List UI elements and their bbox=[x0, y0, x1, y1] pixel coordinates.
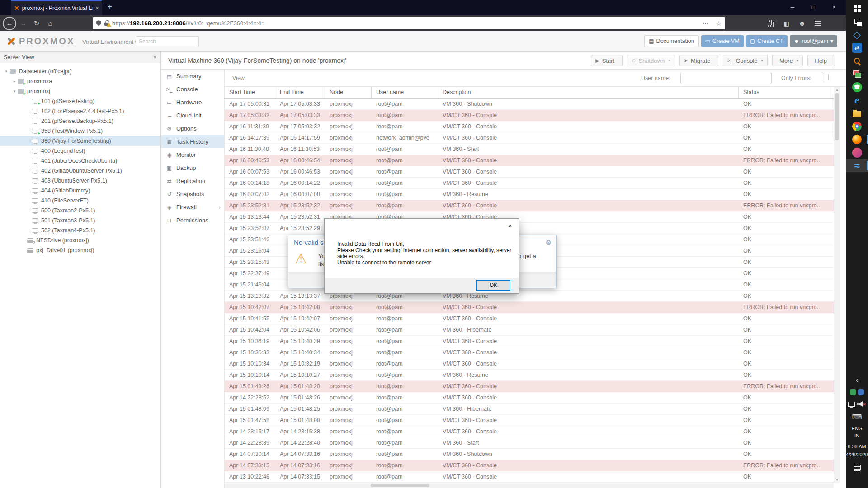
table-row[interactable]: Apr 15 23:52:31 Apr 15 23:52:32 proxmoxj… bbox=[225, 200, 834, 211]
volume-muted-icon[interactable] bbox=[857, 401, 863, 407]
firefox-icon[interactable] bbox=[846, 133, 868, 146]
vm-action-button[interactable]: ▶ Start bbox=[591, 55, 623, 66]
browser-tab[interactable]: ✕ proxmoxj - Proxmox Virtual Env × bbox=[11, 0, 102, 15]
table-row[interactable]: Apr 14 07:33:15 Apr 14 07:33:16 proxmoxj… bbox=[225, 460, 834, 471]
nav-item[interactable]: ☁ Cloud-Init bbox=[161, 109, 224, 122]
ok-button[interactable]: OK bbox=[476, 280, 510, 291]
create-vm-button[interactable]: ▭Create VM bbox=[701, 35, 744, 47]
library-icon[interactable] bbox=[768, 20, 775, 27]
column-header[interactable]: User name bbox=[372, 87, 438, 98]
pink-app-icon[interactable] bbox=[846, 146, 868, 159]
scrollbar-thumb[interactable] bbox=[371, 484, 429, 487]
tray-app-icon[interactable] bbox=[858, 389, 864, 395]
nav-item[interactable]: ◉ Monitor bbox=[161, 148, 224, 161]
whatsapp-icon[interactable]: ☎ bbox=[846, 80, 868, 94]
table-row[interactable]: Apr 16 11:30:48 Apr 16 11:30:53 proxmoxj… bbox=[225, 144, 834, 155]
tree-item[interactable]: 358 (TestWindow-Px5.1) bbox=[0, 126, 160, 136]
tray-app-icon[interactable] bbox=[850, 389, 856, 395]
vm-action-button[interactable]: ⊙ Shutdown ▾ bbox=[627, 55, 675, 66]
column-header[interactable]: End Time bbox=[275, 87, 325, 98]
vertical-scrollbar[interactable]: ▴ ▾ bbox=[834, 87, 840, 483]
search-input[interactable] bbox=[136, 36, 199, 47]
table-row[interactable]: Apr 15 01:47:58 Apr 15 01:48:00 proxmoxj… bbox=[225, 415, 834, 426]
tree-item[interactable]: 502 (Taxman4-Px5.1) bbox=[0, 225, 160, 235]
insecure-lock-icon[interactable] bbox=[104, 23, 109, 26]
network-icon[interactable] bbox=[848, 402, 855, 407]
tree-item[interactable]: pxj_Drive01 (proxmoxj) bbox=[0, 245, 160, 255]
tree-item[interactable]: ▾ proxmoxj bbox=[0, 86, 160, 96]
account-icon[interactable]: ☻ bbox=[798, 19, 806, 27]
search-app-icon[interactable] bbox=[846, 54, 868, 67]
table-row[interactable]: Apr 15 10:41:55 Apr 15 10:42:07 proxmoxj… bbox=[225, 313, 834, 324]
nav-item[interactable]: >_ Console bbox=[161, 83, 224, 96]
table-row[interactable]: Apr 14 23:15:17 Apr 14 23:15:38 proxmoxj… bbox=[225, 426, 834, 437]
nav-item[interactable]: ↺ Snapshots bbox=[161, 188, 224, 201]
tree-item[interactable]: 400 (LegendTest) bbox=[0, 146, 160, 156]
tree-expander-icon[interactable]: ▾ bbox=[4, 69, 9, 74]
task-view-button[interactable] bbox=[846, 15, 868, 28]
edge-icon[interactable]: e bbox=[846, 94, 868, 107]
user-menu-button[interactable]: ☻root@pam▾ bbox=[790, 35, 837, 47]
column-header[interactable]: Node bbox=[325, 87, 372, 98]
nav-item[interactable]: ◈ Firewall › bbox=[161, 201, 224, 214]
remote-desktop-icon[interactable] bbox=[846, 67, 868, 80]
column-header[interactable]: Status bbox=[739, 87, 831, 98]
nav-item[interactable]: ▣ Backup bbox=[161, 161, 224, 174]
tree-item[interactable]: 403 (UbuntuServer-Px5.1) bbox=[0, 176, 160, 186]
horizontal-scrollbar[interactable] bbox=[225, 483, 834, 488]
home-button[interactable]: ⌂ bbox=[43, 19, 57, 27]
table-row[interactable]: Apr 15 10:36:33 Apr 15 10:40:34 proxmoxj… bbox=[225, 347, 834, 358]
table-row[interactable]: Apr 16 00:46:53 Apr 16 00:46:54 proxmoxj… bbox=[225, 155, 834, 166]
nav-item[interactable]: ▤ Summary bbox=[161, 70, 224, 83]
tab-close-icon[interactable]: × bbox=[95, 5, 99, 12]
tree-item[interactable]: 410 (FileServerFT) bbox=[0, 196, 160, 206]
column-header[interactable]: Start Time bbox=[225, 87, 275, 98]
page-actions-icon[interactable]: ⋯ bbox=[702, 20, 708, 27]
minimize-button[interactable]: ─ bbox=[782, 0, 803, 15]
tree-item[interactable]: ▸ proxmoxa bbox=[0, 76, 160, 86]
table-row[interactable]: Apr 16 00:14:18 Apr 16 00:14:22 proxmoxj… bbox=[225, 178, 834, 189]
chrome-icon[interactable] bbox=[846, 120, 868, 133]
table-row[interactable]: Apr 16 00:07:02 Apr 16 00:07:08 proxmoxj… bbox=[225, 189, 834, 200]
column-header[interactable]: Description bbox=[438, 87, 739, 98]
tree-item[interactable]: ▾ Datacenter (officejpr) bbox=[0, 66, 160, 76]
table-row[interactable]: Apr 17 05:03:32 Apr 17 05:03:33 proxmoxj… bbox=[225, 110, 834, 121]
scroll-up-icon[interactable]: ▴ bbox=[834, 88, 840, 92]
only-errors-checkbox[interactable] bbox=[822, 74, 829, 80]
close-button[interactable]: × bbox=[824, 0, 844, 15]
vm-action-button[interactable]: ➤ Migrate bbox=[679, 55, 719, 66]
hamburger-menu-icon[interactable] bbox=[815, 21, 821, 26]
table-row[interactable]: Apr 15 10:10:34 Apr 15 10:32:19 proxmoxj… bbox=[225, 358, 834, 370]
language-indicator[interactable]: IN bbox=[846, 433, 868, 438]
language-indicator[interactable]: ENG bbox=[846, 426, 868, 431]
vm-action-button[interactable]: >_ Console ▾ bbox=[723, 55, 768, 66]
user-name-filter-input[interactable] bbox=[680, 73, 772, 84]
clock-date[interactable]: 4/26/2020 bbox=[846, 452, 868, 457]
tree-item[interactable]: 402 (GitlabUbuntuServer-Px5.1) bbox=[0, 166, 160, 176]
table-row[interactable]: Apr 14 22:28:52 Apr 15 01:48:26 proxmoxj… bbox=[225, 392, 834, 404]
table-row[interactable]: Apr 15 10:10:14 Apr 15 10:10:27 proxmoxj… bbox=[225, 370, 834, 381]
bookmark-star-icon[interactable]: ☆ bbox=[716, 20, 722, 27]
reload-button[interactable]: ↻ bbox=[30, 19, 43, 28]
table-row[interactable]: Apr 15 13:13:32 Apr 15 13:13:37 proxmoxj… bbox=[225, 291, 834, 302]
table-row[interactable]: Apr 13 10:22:46 Apr 14 07:33:15 proxmoxj… bbox=[225, 471, 834, 483]
dialog-close-icon[interactable]: × bbox=[509, 222, 512, 230]
tracking-shield-icon[interactable] bbox=[96, 20, 101, 26]
action-center-icon[interactable] bbox=[854, 465, 861, 471]
table-row[interactable]: Apr 15 10:42:04 Apr 15 10:42:06 proxmoxj… bbox=[225, 324, 834, 336]
table-row[interactable]: Apr 14 22:28:39 Apr 14 22:28:40 proxmoxj… bbox=[225, 437, 834, 449]
clock-time[interactable]: 6:38 AM bbox=[846, 444, 868, 449]
table-row[interactable]: Apr 17 05:00:31 Apr 17 05:03:33 proxmoxj… bbox=[225, 99, 834, 110]
vnc-viewer-icon[interactable]: ≈ bbox=[846, 159, 868, 172]
tray-expand-icon[interactable]: ‹ bbox=[846, 376, 868, 384]
view-button[interactable]: View bbox=[229, 74, 248, 83]
table-row[interactable]: Apr 15 10:42:07 Apr 15 10:42:08 proxmoxj… bbox=[225, 302, 834, 313]
back-button[interactable]: ← bbox=[3, 17, 16, 30]
sidebar-toggle-icon[interactable]: ◧ bbox=[783, 20, 789, 27]
nav-item[interactable]: ⇄ Replication bbox=[161, 174, 224, 188]
table-row[interactable]: Apr 15 01:48:09 Apr 15 01:48:25 proxmoxj… bbox=[225, 404, 834, 415]
create-ct-button[interactable]: ▢Create CT bbox=[746, 35, 788, 47]
start-button[interactable] bbox=[846, 2, 868, 15]
tree-item[interactable]: 404 (GitlabDummy) bbox=[0, 186, 160, 196]
file-explorer-icon[interactable] bbox=[846, 107, 868, 120]
